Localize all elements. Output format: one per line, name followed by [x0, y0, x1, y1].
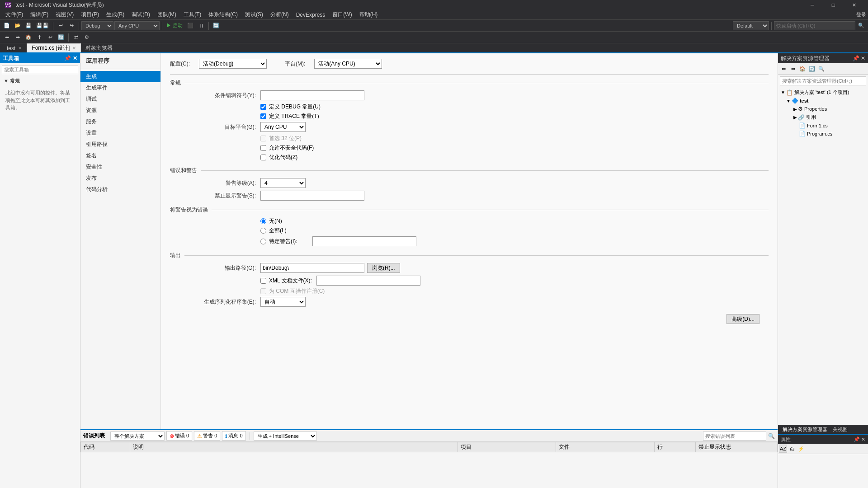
tb2-btn1[interactable]: ⬅	[2, 33, 12, 42]
close-btn[interactable]: ✕	[844, 0, 864, 10]
menu-analyze[interactable]: 分析(N)	[267, 10, 292, 20]
error-search-input[interactable]	[703, 432, 766, 441]
build-filter-select[interactable]: 生成 + IntelliSense	[254, 432, 317, 441]
nav-settings[interactable]: 设置	[80, 127, 160, 139]
cond-symbol-input[interactable]	[260, 90, 364, 100]
nav-signing[interactable]: 签名	[80, 150, 160, 161]
tb2-btn4[interactable]: ⬆	[34, 33, 44, 42]
suppress-warn-input[interactable]	[260, 191, 364, 201]
se-tab-map[interactable]: 关视图	[830, 426, 850, 433]
platform-select-props[interactable]: 活动(Any CPU)	[314, 59, 382, 69]
toolbox-close[interactable]: ✕	[73, 55, 77, 61]
save-btn[interactable]: 💾	[24, 21, 33, 31]
treat-specific-input[interactable]	[312, 236, 416, 246]
warning-level-select[interactable]: 4 0 1 2 3	[260, 178, 306, 188]
section-arrow[interactable]: ▼	[4, 78, 10, 84]
error-filter-select[interactable]: 整个解决方案	[110, 432, 165, 441]
tree-project[interactable]: ▼ 🔷 test	[779, 97, 867, 105]
tb2-btn6[interactable]: 🔄	[56, 33, 66, 42]
nav-code-analysis[interactable]: 代码分析	[80, 184, 160, 195]
messages-badge[interactable]: ℹ 消息 0	[222, 431, 245, 441]
xml-doc-checkbox[interactable]	[260, 278, 266, 284]
se-close-icon[interactable]: ✕	[861, 55, 865, 61]
menu-arch[interactable]: 体系结构(C)	[205, 10, 241, 20]
nav-resources[interactable]: 资源	[80, 105, 160, 116]
nav-security[interactable]: 安全性	[80, 161, 160, 173]
minimize-btn[interactable]: ─	[802, 0, 823, 10]
nav-ref-paths[interactable]: 引用路径	[80, 139, 160, 150]
warnings-badge[interactable]: ⚠ 警告 0	[194, 431, 220, 441]
tb2-btn3[interactable]: 🏠	[24, 33, 33, 42]
col-file[interactable]: 文件	[556, 442, 655, 452]
menu-team[interactable]: 团队(M)	[154, 10, 180, 20]
xml-doc-input[interactable]	[316, 276, 420, 286]
tree-form1[interactable]: 📄 Form1.cs	[779, 122, 867, 130]
error-search-icon[interactable]: 🔍	[768, 433, 775, 439]
col-code[interactable]: 代码	[81, 442, 130, 452]
props-subpanel-close[interactable]: ✕	[861, 436, 865, 442]
menu-help[interactable]: 帮助(H)	[356, 10, 382, 20]
redo-btn[interactable]: ↪	[66, 21, 76, 31]
se-pin-icon[interactable]: 📌	[853, 55, 859, 61]
nav-build[interactable]: 生成	[80, 71, 160, 82]
nav-build-events[interactable]: 生成事件	[80, 82, 160, 94]
optimize-checkbox[interactable]	[260, 155, 266, 160]
nav-services[interactable]: 服务	[80, 116, 160, 127]
se-filter-btn[interactable]: 🔍	[817, 64, 826, 73]
debug-config-select[interactable]: Debug Release	[81, 21, 113, 30]
menu-project[interactable]: 项目(P)	[77, 10, 103, 20]
tb2-props[interactable]: ⚙	[82, 33, 92, 42]
advanced-btn[interactable]: 高级(D)...	[726, 314, 760, 324]
refresh-btn[interactable]: 🔄	[211, 21, 221, 31]
tb2-btn5[interactable]: ↩	[45, 33, 55, 42]
treat-specific-radio[interactable]	[260, 239, 266, 244]
default-select[interactable]: Default	[733, 21, 769, 30]
tree-properties[interactable]: ▶ ⚙ Properties	[779, 105, 867, 113]
toolbox-pin[interactable]: 📌	[64, 55, 71, 61]
tree-references[interactable]: ▶ 🔗 引用	[779, 113, 867, 122]
nav-debug[interactable]: 调试	[80, 94, 160, 105]
tab-obj-browser[interactable]: 对象浏览器	[81, 43, 117, 52]
se-home-btn[interactable]: 🏠	[798, 64, 807, 73]
col-suppress[interactable]: 禁止显示状态	[695, 442, 777, 452]
define-debug-checkbox[interactable]	[260, 104, 266, 110]
tab-test[interactable]: test ✕	[2, 43, 27, 52]
define-trace-checkbox[interactable]	[260, 113, 266, 119]
toolbox-search-input[interactable]	[2, 65, 78, 74]
col-line[interactable]: 行	[655, 442, 696, 452]
output-path-input[interactable]	[260, 263, 364, 273]
props-az-btn[interactable]: AZ	[779, 445, 787, 453]
target-platform-select[interactable]: Any CPU x86 x64	[260, 122, 306, 132]
se-search-input[interactable]	[780, 76, 866, 85]
stop-btn[interactable]: ⬛	[185, 21, 195, 31]
tab-form1[interactable]: Form1.cs [设计] ✕	[27, 43, 81, 52]
se-back-btn[interactable]: ⬅	[779, 64, 788, 73]
tab-test-close[interactable]: ✕	[18, 46, 22, 51]
pause-btn[interactable]: ⏸	[196, 21, 206, 31]
nav-publish[interactable]: 发布	[80, 173, 160, 184]
menu-devexpress[interactable]: DevExpress	[292, 10, 329, 20]
platform-select[interactable]: Any CPU x86 x64	[114, 21, 160, 30]
save-all-btn[interactable]: 💾💾	[34, 21, 51, 31]
com-register-checkbox[interactable]	[260, 288, 266, 294]
tab-form1-close[interactable]: ✕	[72, 46, 76, 51]
undo-btn[interactable]: ↩	[56, 21, 66, 31]
menu-build[interactable]: 生成(B)	[103, 10, 128, 20]
maximize-btn[interactable]: □	[823, 0, 844, 10]
config-select[interactable]: 活动(Debug) Debug Release	[199, 59, 267, 69]
se-forward-btn[interactable]: ➡	[788, 64, 797, 73]
menu-test[interactable]: 测试(S)	[241, 10, 267, 20]
start-btn[interactable]: ▶ 启动	[165, 21, 184, 31]
quick-launch-input[interactable]	[774, 21, 855, 30]
menu-debug[interactable]: 调试(D)	[128, 10, 154, 20]
login-btn[interactable]: 登录	[856, 11, 866, 18]
col-project[interactable]: 项目	[458, 442, 556, 452]
search-icon[interactable]: 🔍	[856, 21, 866, 31]
new-project-btn[interactable]: 📄	[2, 21, 12, 31]
allow-unsafe-checkbox[interactable]	[260, 145, 266, 151]
col-desc[interactable]: 说明	[130, 442, 458, 452]
tree-solution[interactable]: ▼ 📋 解决方案 'test' (1 个项目)	[779, 88, 867, 97]
menu-edit[interactable]: 编辑(E)	[27, 10, 52, 20]
props-subpanel-pin[interactable]: 📌	[854, 436, 860, 442]
menu-window[interactable]: 窗口(W)	[329, 10, 355, 20]
